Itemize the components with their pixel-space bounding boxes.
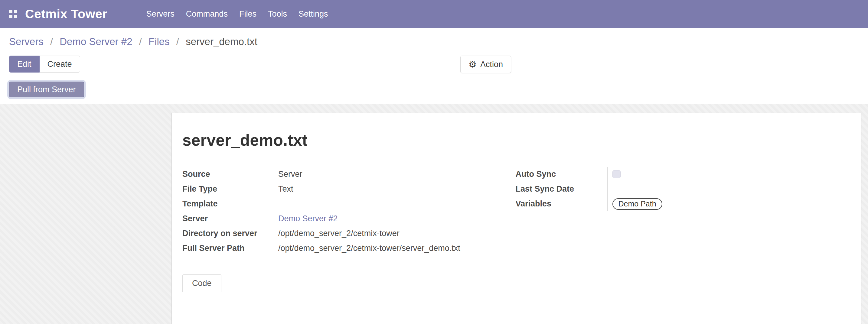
field-label: Last Sync Date <box>516 184 607 194</box>
field-value-last-sync-date <box>607 182 849 196</box>
field-row-directory: Directory on server /opt/demo_server_2/c… <box>182 226 516 241</box>
field-label: Source <box>182 169 278 179</box>
field-row-last-sync-date: Last Sync Date <box>516 182 849 196</box>
object-buttons-row: Pull from Server <box>9 82 859 97</box>
gear-icon: ⚙ <box>468 60 477 69</box>
breadcrumb-separator: / <box>50 36 53 47</box>
field-column-right: Auto Sync Last Sync Date Variables Demo … <box>516 167 849 256</box>
top-menu: Servers Commands Files Tools Settings <box>141 0 334 28</box>
menu-files[interactable]: Files <box>234 0 262 28</box>
field-label: File Type <box>182 184 278 194</box>
form-sheet: server_demo.txt Source Server File Type … <box>172 113 861 324</box>
auto-sync-checkbox[interactable] <box>613 170 621 178</box>
menu-servers[interactable]: Servers <box>141 0 180 28</box>
app-title[interactable]: Cetmix Tower <box>25 7 107 21</box>
apps-menu-button[interactable] <box>9 10 17 18</box>
field-group: Source Server File Type Text Template Se… <box>182 167 849 256</box>
top-navbar: Cetmix Tower Servers Commands Files Tool… <box>0 0 868 28</box>
notebook-tabs: Code <box>182 274 861 292</box>
code-tab-content <box>182 292 849 324</box>
menu-commands[interactable]: Commands <box>180 0 234 28</box>
edit-create-group: Edit Create <box>9 56 80 72</box>
edit-button[interactable]: Edit <box>9 56 40 72</box>
breadcrumb-separator: / <box>176 36 179 47</box>
content-area: server_demo.txt Source Server File Type … <box>0 104 868 324</box>
field-row-source: Source Server <box>182 167 516 182</box>
field-label: Auto Sync <box>516 169 607 179</box>
tab-code[interactable]: Code <box>182 274 221 292</box>
field-label: Directory on server <box>182 229 278 238</box>
action-menu-button[interactable]: ⚙ Action <box>460 56 511 73</box>
pull-from-server-button[interactable]: Pull from Server <box>9 82 84 97</box>
server-link[interactable]: Demo Server #2 <box>278 214 338 223</box>
field-row-server: Server Demo Server #2 <box>182 211 516 226</box>
breadcrumb-separator: / <box>139 36 142 47</box>
breadcrumb-current: server_demo.txt <box>186 36 257 47</box>
field-column-left: Source Server File Type Text Template Se… <box>182 167 516 256</box>
field-value-variables: Demo Path <box>607 196 849 211</box>
field-value-full-path: /opt/demo_server_2/cetmix-tower/server_d… <box>278 244 460 253</box>
field-label: Full Server Path <box>182 244 278 253</box>
field-row-file-type: File Type Text <box>182 182 516 196</box>
create-button[interactable]: Create <box>40 56 80 72</box>
variable-tag-demo-path: Demo Path <box>613 198 662 210</box>
menu-settings[interactable]: Settings <box>293 0 334 28</box>
field-value-file-type: Text <box>278 184 293 194</box>
action-button-label: Action <box>480 60 503 69</box>
breadcrumb-demo-server-2[interactable]: Demo Server #2 <box>60 36 132 47</box>
field-row-template: Template <box>182 196 516 211</box>
menu-tools[interactable]: Tools <box>262 0 293 28</box>
field-value-auto-sync <box>607 167 849 182</box>
control-panel: Servers / Demo Server #2 / Files / serve… <box>0 28 868 104</box>
field-label: Template <box>182 199 278 208</box>
control-panel-buttons: Edit Create ⚙ Action <box>9 56 859 73</box>
breadcrumb-servers[interactable]: Servers <box>9 36 43 47</box>
breadcrumb-files[interactable]: Files <box>149 36 170 47</box>
field-value-directory: /opt/demo_server_2/cetmix-tower <box>278 229 400 238</box>
file-name-title: server_demo.txt <box>182 131 849 149</box>
breadcrumb: Servers / Demo Server #2 / Files / serve… <box>9 36 859 48</box>
field-row-full-path: Full Server Path /opt/demo_server_2/cetm… <box>182 241 516 256</box>
field-label: Variables <box>516 199 607 208</box>
field-row-variables: Variables Demo Path <box>516 196 849 211</box>
field-row-auto-sync: Auto Sync <box>516 167 849 182</box>
field-label: Server <box>182 214 278 223</box>
apps-grid-icon <box>9 10 17 18</box>
field-value-source: Server <box>278 169 303 179</box>
